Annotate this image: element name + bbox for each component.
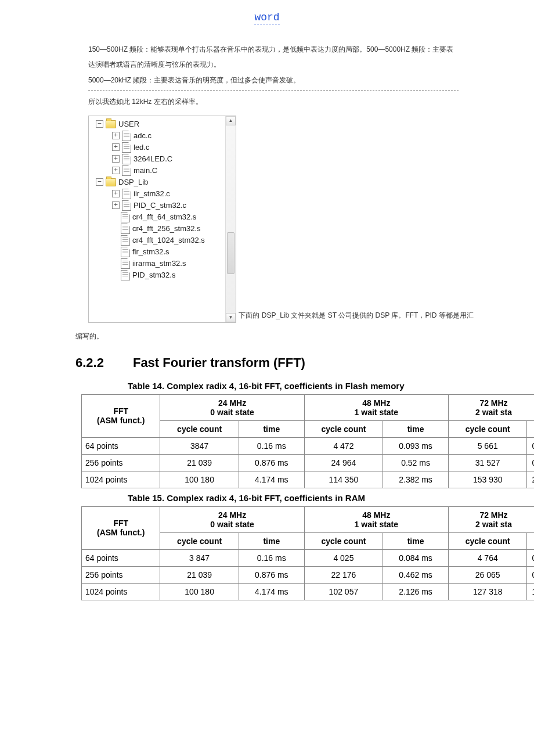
- table-cell: 0.462 ms: [383, 566, 449, 583]
- file-icon: [122, 165, 131, 176]
- table-subheader: cycle count: [448, 532, 526, 549]
- table-cell: 102 057: [304, 583, 383, 600]
- table-cell: 256 points: [82, 454, 160, 471]
- scroll-thumb[interactable]: [227, 232, 234, 274]
- table-cell: 24 964: [304, 454, 383, 471]
- folder-icon: [106, 120, 116, 128]
- table-cell: 0: [527, 454, 534, 471]
- file-icon: [122, 131, 131, 141]
- tree-item[interactable]: fir_stm32.s: [93, 246, 236, 258]
- tree-item[interactable]: +adc.c: [93, 130, 236, 142]
- collapse-icon[interactable]: −: [96, 120, 103, 128]
- table-15: FFT(ASM funct.)24 MHz0 wait state48 MHz1…: [81, 506, 534, 600]
- expand-icon[interactable]: +: [112, 132, 120, 139]
- file-icon: [121, 235, 130, 246]
- table-cell: 100 180: [160, 583, 239, 600]
- tree-item[interactable]: +main.C: [93, 165, 236, 177]
- table-subheader: [527, 532, 534, 549]
- expand-icon[interactable]: +: [112, 155, 120, 163]
- table-cell: 1024 points: [82, 471, 160, 488]
- tree-item-label: 3264LED.C: [134, 154, 172, 163]
- table-cell: 0.876 ms: [239, 566, 304, 583]
- table-subheader: cycle count: [304, 532, 383, 549]
- table-cell: 127 318: [448, 583, 526, 600]
- tree-item[interactable]: cr4_fft_1024_stm32.s: [93, 235, 236, 246]
- file-icon: [121, 224, 130, 234]
- expand-icon[interactable]: +: [112, 190, 120, 197]
- tree-caption: 下面的 DSP_Lib 文件夹就是 ST 公司提供的 DSP 库。FFT，PID…: [239, 311, 473, 319]
- table-cell: 64 points: [82, 549, 160, 566]
- table-cell: 0: [527, 549, 534, 566]
- table-subheader: time: [383, 532, 449, 549]
- table-row: 256 points21 0390.876 ms24 9640.52 ms31 …: [82, 454, 535, 471]
- table-header: FFT(ASM funct.): [82, 506, 160, 549]
- table-cell: 26 065: [448, 566, 526, 583]
- file-icon: [121, 247, 130, 257]
- table-cell: 4.174 ms: [239, 471, 304, 488]
- table-subheader: cycle count: [160, 420, 239, 437]
- tree-item[interactable]: cr4_fft_64_stm32.s: [93, 211, 236, 223]
- tree-indent: [112, 260, 118, 267]
- tree-indent: [112, 249, 118, 255]
- table-cell: 4 472: [304, 437, 383, 454]
- table-row: 1024 points100 1804.174 ms114 3502.382 m…: [82, 471, 535, 488]
- tree-item-label: fir_stm32.s: [132, 247, 169, 256]
- tree-item[interactable]: +PID_C_stm32.c: [93, 200, 236, 211]
- table-cell: 0.876 ms: [239, 454, 304, 471]
- table-cell: 2: [527, 471, 534, 488]
- file-icon: [122, 189, 131, 199]
- file-icon: [121, 270, 130, 280]
- folder-icon: [106, 178, 116, 186]
- table-cell: 0: [527, 437, 534, 454]
- doc-header: word: [0, 12, 534, 24]
- paragraph-1: 150—500HZ 频段：能够表现单个打击乐器在音乐中的表现力，是低频中表达力度…: [88, 42, 459, 73]
- doc-title: word: [254, 12, 279, 24]
- section-heading: 6.2.2 Fast Fourier transform (FFT): [75, 355, 534, 370]
- table-row: 64 points3 8470.16 ms4 0250.084 ms4 7640: [82, 549, 535, 566]
- tree-item[interactable]: cr4_fft_256_stm32.s: [93, 223, 236, 235]
- table-cell: 22 176: [304, 566, 383, 583]
- tree-item[interactable]: PID_stm32.s: [93, 269, 236, 281]
- tree-item-label: led.c: [134, 143, 149, 152]
- expand-icon[interactable]: +: [112, 143, 120, 151]
- expand-icon[interactable]: +: [112, 167, 120, 174]
- expand-icon[interactable]: +: [112, 201, 120, 209]
- tree-indent: [112, 237, 118, 243]
- tree-scrollbar[interactable]: ▲ ▼: [225, 116, 236, 322]
- table-subheader: [527, 420, 534, 437]
- section-title: Fast Fourier transform (FFT): [133, 355, 305, 370]
- collapse-icon[interactable]: −: [96, 178, 103, 186]
- tree-indent: [112, 225, 118, 232]
- tree-item-label: adc.c: [134, 131, 151, 140]
- tree-item[interactable]: +iir_stm32.c: [93, 188, 236, 200]
- table-14: FFT(ASM funct.)24 MHz0 wait state48 MHz1…: [81, 394, 534, 488]
- table-cell: 3 847: [160, 549, 239, 566]
- file-tree[interactable]: −USER+adc.c+led.c+3264LED.C+main.C−DSP_L…: [88, 116, 236, 323]
- table-cell: 64 points: [82, 437, 160, 454]
- table-cell: 31 527: [448, 454, 526, 471]
- tree-item[interactable]: +3264LED.C: [93, 153, 236, 165]
- table-cell: 0: [527, 566, 534, 583]
- tree-item[interactable]: +led.c: [93, 142, 236, 153]
- scroll-up-icon[interactable]: ▲: [226, 116, 236, 125]
- table-header: 72 MHz2 wait sta: [448, 506, 534, 532]
- table-row: 64 points38470.16 ms4 4720.093 ms5 6610: [82, 437, 535, 454]
- tree-item-label: main.C: [134, 166, 157, 175]
- tree-item[interactable]: iirarma_stm32.s: [93, 258, 236, 269]
- table-subheader: cycle count: [448, 420, 526, 437]
- file-icon: [121, 258, 130, 269]
- table-header: 24 MHz0 wait state: [160, 394, 304, 420]
- scroll-down-icon[interactable]: ▼: [226, 313, 236, 322]
- tree-item[interactable]: −DSP_Lib: [93, 177, 236, 188]
- table-subheader: cycle count: [160, 532, 239, 549]
- tree-item[interactable]: −USER: [93, 118, 236, 130]
- tree-item-label: USER: [118, 120, 139, 128]
- file-icon: [122, 142, 131, 153]
- table-subheader: time: [239, 420, 304, 437]
- separator-line: [88, 90, 459, 91]
- table-cell: 1: [527, 583, 534, 600]
- paragraph-3: 所以我选如此 12kHz 左右的采样率。: [88, 94, 459, 109]
- tree-indent: [112, 272, 118, 278]
- table-row: 1024 points100 1804.174 ms102 0572.126 m…: [82, 583, 535, 600]
- table-cell: 0.52 ms: [383, 454, 449, 471]
